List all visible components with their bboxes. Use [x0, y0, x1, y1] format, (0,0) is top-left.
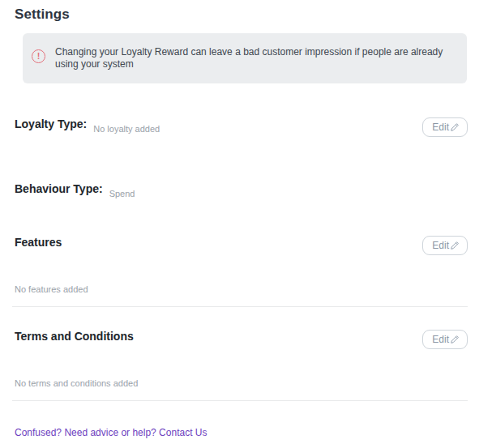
edit-terms-button-label: Edit [432, 334, 449, 345]
settings-page: Settings ! Changing your Loyalty Reward … [0, 0, 492, 448]
edit-features-button-label: Edit [432, 240, 449, 251]
pencil-icon [450, 122, 460, 132]
loyalty-type-value: No loyalty added [93, 124, 160, 134]
loyalty-type-row: Loyalty Type: No loyalty added Edit [15, 117, 468, 137]
loyalty-type-label: Loyalty Type: [15, 117, 87, 130]
warning-text: Changing your Loyalty Reward can leave a… [55, 46, 456, 70]
terms-heading: Terms and Conditions [15, 330, 134, 343]
pencil-icon [450, 241, 460, 250]
alert-circle-icon: ! [32, 49, 45, 63]
behaviour-type-value: Spend [109, 189, 135, 198]
terms-header-row: Terms and Conditions Edit [15, 330, 468, 349]
edit-terms-button[interactable]: Edit [422, 330, 468, 349]
edit-loyalty-button[interactable]: Edit [422, 117, 468, 137]
warning-banner: ! Changing your Loyalty Reward can leave… [23, 33, 467, 83]
features-heading: Features [15, 236, 62, 249]
behaviour-type-label: Behaviour Type: [15, 182, 103, 195]
behaviour-type-row: Behaviour Type: Spend [15, 182, 468, 198]
contact-us-link[interactable]: Confused? Need advice or help? Contact U… [15, 427, 207, 438]
pencil-icon [450, 335, 460, 344]
section-divider [12, 400, 468, 401]
edit-features-button[interactable]: Edit [422, 236, 468, 255]
features-empty-text: No features added [15, 284, 492, 294]
section-divider [12, 306, 468, 307]
features-header-row: Features Edit [15, 236, 468, 255]
edit-loyalty-button-label: Edit [432, 122, 449, 133]
terms-empty-text: No terms and conditions added [15, 378, 492, 388]
page-title: Settings [15, 6, 492, 23]
